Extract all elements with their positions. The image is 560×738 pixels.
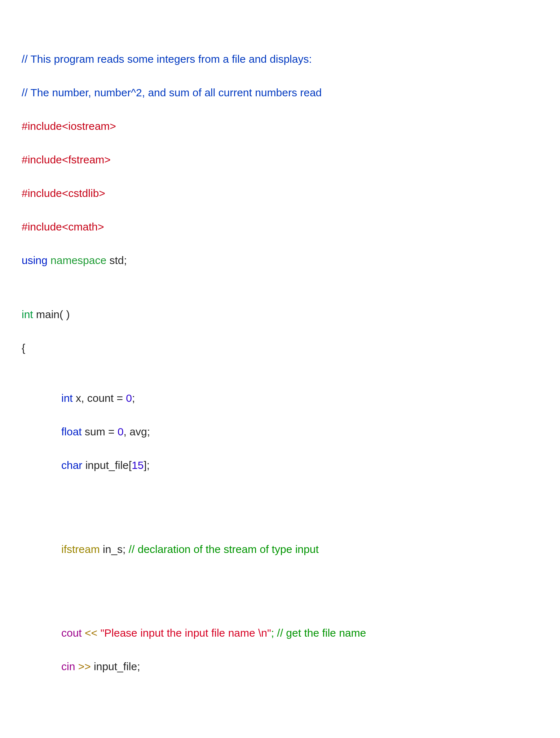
decl-input-file: input_file[ <box>85 459 132 471</box>
gt-1: >> <box>78 660 94 672</box>
include-1-c: > <box>110 120 116 132</box>
int-kw-2: int <box>61 392 76 404</box>
include-4-b: cmath <box>68 221 98 233</box>
zero-2: 0 <box>118 426 124 438</box>
include-4-c: > <box>98 221 104 233</box>
zero-1: 0 <box>126 392 132 404</box>
ifstream-name: in_s; <box>103 543 129 555</box>
decl-sum: sum = <box>85 426 118 438</box>
char-kw: char <box>61 459 85 471</box>
using-kw: using <box>22 254 50 266</box>
decl-x-count: x, count = <box>76 392 126 404</box>
main-fn: main( ) <box>36 308 70 320</box>
include-3-b: cstdlib <box>68 187 99 199</box>
semi-1: ; <box>124 254 127 266</box>
namespace-kw: namespace <box>50 254 109 266</box>
fifteen: 15 <box>132 459 144 471</box>
float-kw: float <box>61 426 85 438</box>
prompt-string: "Please input the input file name \n" <box>100 627 271 639</box>
include-1-a: #include< <box>22 120 68 132</box>
include-2-c: > <box>104 154 111 166</box>
include-2-b: fstream <box>68 154 104 166</box>
include-1-b: iostream <box>68 120 110 132</box>
prompt-comment: ; // get the file name <box>271 627 366 639</box>
include-3-c: > <box>99 187 105 199</box>
include-3-a: #include< <box>22 187 68 199</box>
code-block: // This program reads some integers from… <box>22 17 538 738</box>
cin-1: cin <box>61 660 78 672</box>
lt-1: << <box>85 627 100 639</box>
cout-1: cout <box>61 627 85 639</box>
decl3-end: ]; <box>144 459 150 471</box>
brace-open-main: { <box>22 342 25 354</box>
decl-avg: , avg; <box>124 426 150 438</box>
semi-2: ; <box>132 392 135 404</box>
comment-line-2: // The number, number^2, and sum of all … <box>22 87 322 98</box>
include-4-a: #include< <box>22 221 68 233</box>
comment-line-1: // This program reads some integers from… <box>22 53 312 65</box>
int-kw: int <box>22 308 36 320</box>
ifstream-comment: // declaration of the stream of type inp… <box>129 543 319 555</box>
include-2-a: #include< <box>22 154 68 166</box>
ifstream-type: ifstream <box>61 543 103 555</box>
cin-target: input_file; <box>94 660 140 672</box>
std-ident: std <box>110 254 124 266</box>
